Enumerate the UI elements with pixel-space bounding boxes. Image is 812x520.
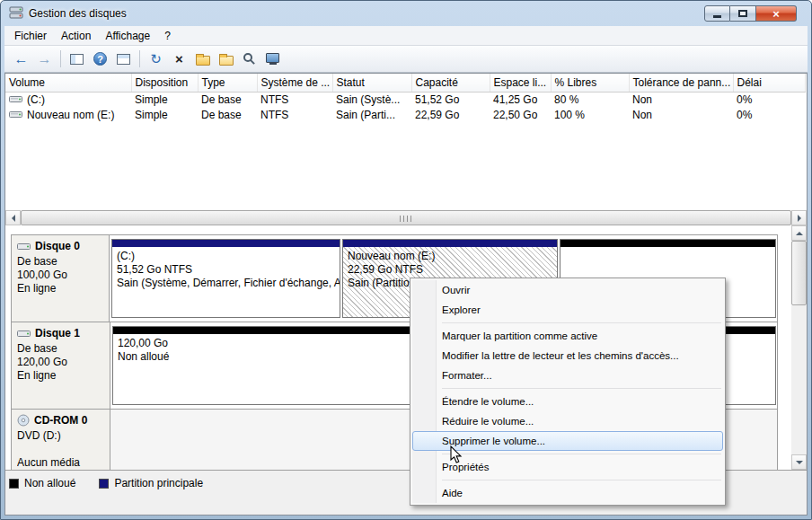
delete-button[interactable]: ×: [168, 48, 190, 70]
column-header-type[interactable]: Type: [198, 74, 257, 92]
horizontal-scrollbar[interactable]: [5, 210, 807, 225]
toolbar: ← → ? ↻ ×: [4, 46, 808, 73]
menu-item-ouvrir[interactable]: Ouvrir: [412, 280, 723, 300]
cell-capacite: 51,52 Go: [411, 92, 490, 107]
column-header-systeme[interactable]: Système de ...: [257, 74, 332, 92]
disk1-header[interactable]: Disque 1 De base 120,00 Go En ligne: [12, 322, 110, 409]
show-panes-button[interactable]: [112, 48, 135, 70]
menu-item-etendre-volume[interactable]: Étendre le volume...: [412, 392, 723, 411]
legend-primary-partition: Partition principale: [99, 477, 203, 489]
menu-item-explorer[interactable]: Explorer: [412, 300, 723, 320]
column-header-libres[interactable]: % Libres: [551, 74, 629, 92]
toolbar-separator: [139, 50, 140, 67]
scroll-grip: [400, 216, 412, 222]
help-icon: ?: [93, 52, 107, 66]
disk-name: Disque 1: [35, 327, 80, 339]
cell-type: De base: [198, 107, 257, 122]
column-header-tolerance[interactable]: Tolérance de pann...: [629, 74, 733, 92]
forward-button[interactable]: →: [33, 48, 56, 70]
legend-label: Partition principale: [114, 477, 203, 489]
menu-fichier[interactable]: Fichier: [7, 27, 54, 45]
refresh-icon: ↻: [150, 52, 162, 66]
cell-disposition: Simple: [131, 107, 198, 122]
search-button[interactable]: [238, 48, 260, 70]
explore-folder-icon: [219, 56, 234, 66]
horizontal-scroll-thumb[interactable]: [21, 210, 791, 225]
cell-tolerance: Non: [629, 92, 733, 107]
volume-name: (C:): [27, 93, 45, 106]
console-window-icon: [266, 53, 279, 63]
menu-item-reduire-volume[interactable]: Réduire le volume...: [412, 411, 723, 431]
primary-partition-swatch: [99, 479, 109, 489]
column-header-delai[interactable]: Délai: [733, 74, 805, 92]
volume-name: Nouveau nom (E:): [27, 109, 114, 121]
partition-title: Nouveau nom (E:): [348, 250, 552, 263]
volume-table: Volume Disposition Type Système de ... S…: [5, 74, 806, 122]
volume-row-e[interactable]: Nouveau nom (E:) Simple De base NTFS Sai…: [5, 107, 805, 122]
cell-systeme: NTFS: [257, 107, 332, 122]
column-header-espace[interactable]: Espace li...: [490, 74, 551, 92]
volume-row-c[interactable]: (C:) Simple De base NTFS Sain (Systè... …: [5, 92, 805, 107]
menu-item-modifier-lettre-lecteur[interactable]: Modifier la lettre de lecteur et les che…: [412, 346, 723, 366]
back-icon: ←: [14, 52, 29, 66]
column-header-volume[interactable]: Volume: [5, 74, 131, 92]
disk0-header[interactable]: Disque 0 De base 100,00 Go En ligne: [12, 235, 110, 322]
minimize-button[interactable]: [704, 5, 730, 22]
app-icon: [9, 6, 23, 22]
legend-unallocated: Non alloué: [9, 477, 75, 489]
unallocated-swatch: [9, 479, 19, 489]
column-header-capacite[interactable]: Capacité: [411, 74, 490, 92]
cell-espace: 22,50 Go: [490, 107, 551, 122]
scroll-left-icon: [8, 215, 15, 222]
partition-c[interactable]: (C:) 51,52 Go NTFS Sain (Système, Démarr…: [111, 239, 340, 318]
cell-capacite: 22,59 Go: [411, 107, 490, 122]
disk-type: DVD (D:): [17, 429, 104, 443]
partition-title: (C:): [117, 250, 335, 263]
console-tree-icon: [70, 54, 84, 65]
maximize-button[interactable]: [730, 5, 756, 22]
disk-size: 100,00 Go: [17, 269, 103, 282]
open-folder-button[interactable]: [191, 48, 214, 70]
menu-separator: [442, 322, 721, 323]
partition-color-band: [112, 240, 340, 247]
scroll-up-button[interactable]: [791, 225, 807, 241]
cell-libres: 80 %: [551, 92, 629, 107]
cell-tolerance: Non: [629, 107, 733, 122]
vertical-scroll-thumb[interactable]: [791, 241, 807, 305]
menu-item-aide[interactable]: Aide: [412, 483, 723, 503]
partition-color-band: [343, 240, 557, 247]
column-header-disposition[interactable]: Disposition: [131, 74, 198, 92]
window-title: Gestion des disques: [29, 7, 127, 20]
menu-separator: [442, 454, 721, 454]
refresh-button[interactable]: ↻: [145, 48, 167, 70]
close-button[interactable]: ×: [756, 5, 797, 22]
back-button[interactable]: ←: [10, 48, 32, 70]
menu-item-marquer-partition-active[interactable]: Marquer la partition comme active: [412, 326, 723, 346]
scroll-up-icon: [796, 228, 803, 235]
disk-icon: [17, 328, 31, 339]
cdrom-header[interactable]: CD-ROM 0 DVD (D:) Aucun média: [12, 410, 110, 470]
disk-size: [17, 443, 104, 456]
cell-systeme: NTFS: [257, 92, 332, 107]
scroll-down-button[interactable]: [791, 454, 807, 470]
menu-aide[interactable]: ?: [157, 27, 178, 45]
cell-disposition: Simple: [131, 92, 198, 107]
cell-statut: Sain (Systè...: [332, 92, 411, 107]
partition-size: 51,52 Go NTFS: [117, 263, 335, 277]
title-bar[interactable]: Gestion des disques ×: [1, 1, 811, 26]
toolbar-separator: [60, 50, 61, 67]
column-header-statut[interactable]: Statut: [332, 74, 411, 92]
help-button[interactable]: ?: [89, 48, 111, 70]
menu-action[interactable]: Action: [54, 27, 98, 45]
scroll-left-button[interactable]: [5, 210, 21, 225]
vertical-scrollbar[interactable]: [791, 225, 807, 470]
console-window-button[interactable]: [261, 48, 284, 70]
explore-folder-button[interactable]: [215, 48, 237, 70]
drive-icon: [9, 109, 22, 120]
partition-color-band: [560, 240, 775, 247]
scroll-right-button[interactable]: [791, 210, 807, 225]
console-tree-button[interactable]: [66, 48, 88, 70]
partition-size: 22,59 Go NTFS: [348, 263, 552, 277]
menu-affichage[interactable]: Affichage: [98, 27, 157, 45]
menu-item-formater[interactable]: Formater...: [412, 366, 723, 385]
